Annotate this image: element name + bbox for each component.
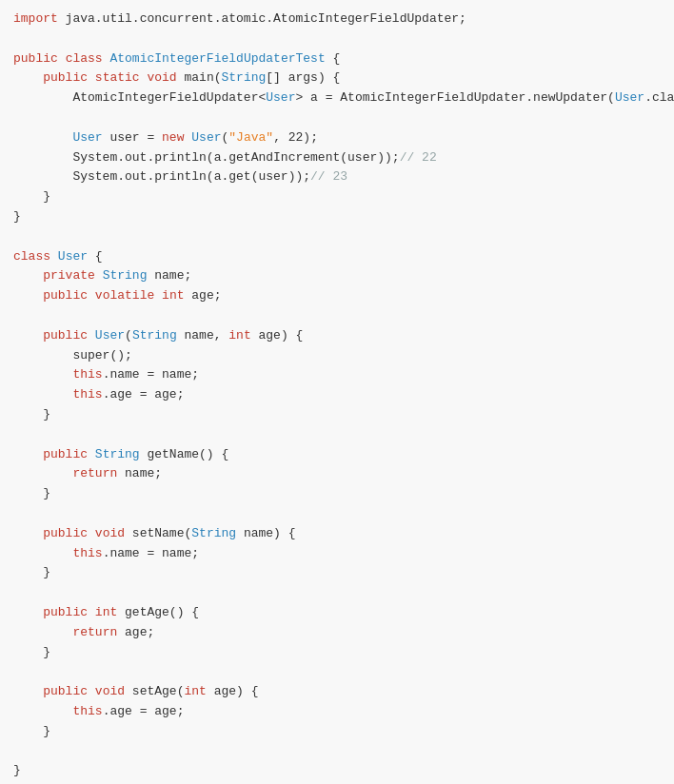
code-line-19: this.name = name;: [13, 365, 661, 385]
code-line-15: public volatile int age;: [13, 286, 661, 306]
code-line-11: }: [13, 207, 661, 227]
code-line-28: this.name = name;: [13, 544, 661, 564]
code-line-24: return name;: [13, 464, 661, 484]
code-line-8: System.out.println(a.getAndIncrement(use…: [13, 148, 661, 168]
code-editor: import java.util.concurrent.atomic.Atomi…: [0, 0, 674, 784]
code-line-13: class User {: [13, 247, 661, 267]
code-line-18: super();: [13, 346, 661, 366]
code-line-20: this.age = age;: [13, 385, 661, 405]
code-line-21: }: [13, 405, 661, 425]
code-line-17: public User(String name, int age) {: [13, 326, 661, 346]
code-line-36: this.age = age;: [13, 702, 661, 722]
code-line-39: }: [13, 761, 661, 781]
code-line-3: public class AtomicIntegerFieldUpdaterTe…: [13, 49, 661, 69]
code-line-4: public static void main(String[] args) {: [13, 69, 661, 88]
code-line-35: public void setAge(int age) {: [13, 682, 661, 702]
code-line-14: private String name;: [13, 266, 661, 286]
code-line-25: }: [13, 484, 661, 504]
code-line-31: public int getAge() {: [13, 603, 661, 623]
code-line-7: User user = new User("Java", 22);: [13, 128, 661, 148]
code-line-27: public void setName(String name) {: [13, 524, 661, 544]
code-line-1: import java.util.concurrent.atomic.Atomi…: [13, 10, 661, 29]
code-line-37: }: [13, 722, 661, 742]
code-line-33: }: [13, 643, 661, 663]
code-line-9: System.out.println(a.get(user));// 23: [13, 167, 661, 187]
code-line-5: AtomicIntegerFieldUpdater<User> a = Atom…: [13, 88, 661, 108]
code-line-32: return age;: [13, 623, 661, 643]
code-line-10: }: [13, 187, 661, 207]
code-line-29: }: [13, 563, 661, 583]
code-line-23: public String getName() {: [13, 445, 661, 465]
